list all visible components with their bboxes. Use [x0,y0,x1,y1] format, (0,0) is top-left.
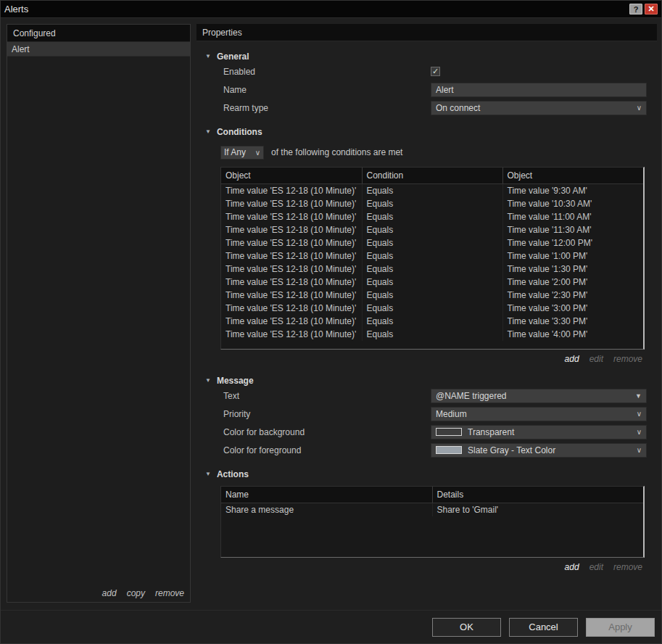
alerts-dialog: Alerts ? ✕ Configured Alert add copy rem… [0,0,662,644]
remove-condition-link: remove [613,354,642,366]
ok-button[interactable]: OK [432,618,501,637]
table-cell: Time value 'ES 12-18 (10 Minute)' [221,184,362,198]
name-row: Name [196,80,657,99]
table-row[interactable]: Share a messageShare to 'Gmail' [221,503,643,517]
table-cell: Time value 'ES 12-18 (10 Minute)' [221,223,362,236]
window-title: Alerts [4,4,28,15]
table-row[interactable]: Time value 'ES 12-18 (10 Minute)'EqualsT… [221,197,643,210]
table-cell: Time value '2:00 PM' [502,276,643,289]
table-cell: Time value 'ES 12-18 (10 Minute)' [221,276,362,289]
match-type-value: If Any [224,147,246,157]
table-row[interactable]: Time value 'ES 12-18 (10 Minute)'EqualsT… [221,328,643,341]
table-row[interactable]: Time value 'ES 12-18 (10 Minute)'EqualsT… [221,249,643,263]
foreground-color-row: Color for foreground Slate Gray - Text C… [196,441,657,459]
table-cell: Equals [362,184,502,198]
collapse-arrow-icon: ▼ [205,54,211,59]
cancel-button[interactable]: Cancel [509,618,578,637]
table-cell: Time value 'ES 12-18 (10 Minute)' [221,210,362,223]
table-cell: Share a message [221,503,432,517]
actions-links: add edit remove [196,562,657,574]
message-text-value: @NAME triggered [436,391,507,401]
table-cell: Equals [362,302,502,315]
conditions-table-header-row: ObjectConditionObject [221,168,643,184]
table-cell: Time value 'ES 12-18 (10 Minute)' [221,328,362,341]
table-row[interactable]: Time value 'ES 12-18 (10 Minute)'EqualsT… [221,276,643,289]
name-input[interactable] [431,83,647,97]
table-row[interactable]: Time value 'ES 12-18 (10 Minute)'EqualsT… [221,210,643,223]
section-general[interactable]: ▼ General [196,51,657,62]
close-button[interactable]: ✕ [645,4,658,15]
help-button[interactable]: ? [629,4,642,15]
table-cell: Equals [362,289,502,302]
table-cell: Equals [362,328,502,341]
add-condition-link[interactable]: add [565,354,579,366]
configured-panel-header: Configured [7,25,190,42]
priority-label: Priority [223,409,431,419]
add-alert-link[interactable]: add [102,588,117,598]
list-item-alert[interactable]: Alert [7,42,190,57]
chevron-down-icon: ∨ [637,410,642,418]
background-color-value: Transparent [468,427,514,437]
rearm-type-row: Rearm type On connect ∨ [196,99,657,117]
priority-dropdown[interactable]: Medium ∨ [431,407,647,421]
table-row[interactable]: Time value 'ES 12-18 (10 Minute)'EqualsT… [221,223,643,236]
name-label: Name [223,85,431,95]
table-cell: Time value '3:00 PM' [502,302,643,315]
table-cell: Equals [362,210,502,223]
table-cell: Time value '1:30 PM' [502,263,643,276]
column-header: Object [221,168,362,184]
background-color-row: Color for background Transparent ∨ [196,423,657,441]
collapse-arrow-icon: ▼ [205,471,211,477]
dropdown-arrow-icon: ▼ [635,392,642,400]
titlebar: Alerts ? ✕ [1,1,661,18]
section-actions[interactable]: ▼ Actions [196,468,657,480]
enabled-label: Enabled [223,67,431,77]
configured-list: Alert [7,42,190,57]
section-conditions[interactable]: ▼ Conditions [196,126,657,138]
foreground-color-dropdown[interactable]: Slate Gray - Text Color ∨ [431,443,647,458]
chevron-down-icon: ∨ [255,149,260,157]
message-text-combo[interactable]: @NAME triggered ▼ [431,389,647,403]
actions-table-header-row: NameDetails [221,487,643,503]
enabled-checkbox[interactable] [431,67,440,76]
remove-action-link: remove [613,562,642,574]
edit-condition-link: edit [589,354,603,366]
table-cell: Share to 'Gmail' [432,503,643,517]
table-cell: Time value '2:30 PM' [502,289,643,302]
table-cell: Time value 'ES 12-18 (10 Minute)' [221,289,362,302]
table-cell: Time value '11:30 AM' [502,223,643,236]
table-cell: Time value '1:00 PM' [502,249,643,263]
properties-panel: Properties ▼ General Enabled Name Rearm … [196,24,657,611]
table-cell: Time value 'ES 12-18 (10 Minute)' [221,302,362,315]
table-row[interactable]: Time value 'ES 12-18 (10 Minute)'EqualsT… [221,302,643,315]
chevron-down-icon: ∨ [637,104,642,112]
add-action-link[interactable]: add [565,562,579,574]
background-color-swatch [436,428,462,436]
section-message[interactable]: ▼ Message [196,375,657,387]
table-cell: Time value '11:00 AM' [502,210,643,223]
table-cell: Time value 'ES 12-18 (10 Minute)' [221,315,362,328]
table-cell: Time value '3:30 PM' [502,315,643,328]
enabled-row: Enabled [196,62,657,80]
table-cell: Equals [362,263,502,276]
remove-alert-link[interactable]: remove [155,588,184,598]
match-suffix-text: of the following conditions are met [271,147,402,157]
table-cell: Time value 'ES 12-18 (10 Minute)' [221,249,362,263]
table-row[interactable]: Time value 'ES 12-18 (10 Minute)'EqualsT… [221,263,643,276]
chevron-down-icon: ∨ [637,446,642,454]
actions-table: NameDetails Share a messageShare to 'Gma… [220,486,645,558]
match-type-dropdown[interactable]: If Any ∨ [220,146,264,160]
table-row[interactable]: Time value 'ES 12-18 (10 Minute)'EqualsT… [221,184,643,198]
section-general-title: General [217,51,249,62]
table-cell: Equals [362,236,502,249]
background-color-dropdown[interactable]: Transparent ∨ [431,425,647,439]
table-row[interactable]: Time value 'ES 12-18 (10 Minute)'EqualsT… [221,236,643,249]
collapse-arrow-icon: ▼ [205,378,211,384]
section-actions-title: Actions [217,469,249,479]
message-text-row: Text @NAME triggered ▼ [196,387,657,405]
dialog-footer: OK Cancel Apply [1,610,661,643]
rearm-type-dropdown[interactable]: On connect ∨ [431,101,647,115]
table-row[interactable]: Time value 'ES 12-18 (10 Minute)'EqualsT… [221,289,643,302]
copy-alert-link[interactable]: copy [127,588,145,598]
table-row[interactable]: Time value 'ES 12-18 (10 Minute)'EqualsT… [221,315,643,328]
